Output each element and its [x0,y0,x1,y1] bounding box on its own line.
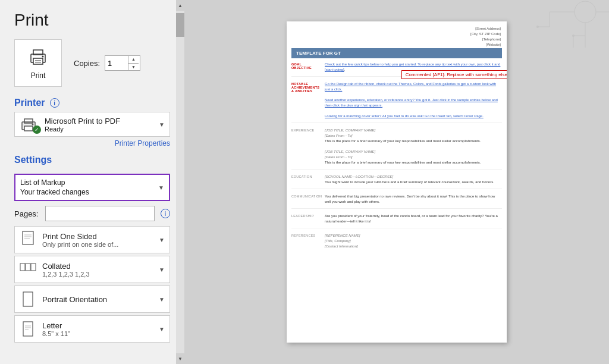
markup-line-2: Your tracked changes [20,188,89,196]
pages-row: Pages: i [14,206,170,221]
print-button-area: Print Copies: ▲ ▼ [14,39,184,87]
doc-row-achievements: NOTABLE ACHIEVEMENTS & ABILITIES Go the … [291,81,502,123]
one-sided-icon [20,231,36,249]
copies-increment[interactable]: ▲ [128,56,139,64]
doc-row-education: EDUCATION [SCHOOL NAME—LOCATION—DEGREE] … [291,174,502,189]
left-panel: Print Print Copies: ▲ ▼ [0,0,184,364]
markup-dropdown[interactable]: List of Markup Your tracked changes ▼ [14,174,170,201]
scroll-up-arrow[interactable]: ▲ [176,0,184,11]
svg-rect-10 [23,231,33,244]
pages-label: Pages: [14,209,40,218]
letter-icon [20,321,36,337]
setting-arrow-0: ▼ [159,237,165,243]
collated-icon [20,261,36,278]
setting-label-2: Portrait Orientation [42,295,153,304]
markup-lines: List of Markup Your tracked changes [20,178,89,196]
print-icon [27,46,49,68]
setting-text-0: Print One Sided Only print on one side o… [42,232,153,248]
setting-label-3: Letter [42,321,153,330]
setting-arrow-1: ▼ [159,266,165,273]
printer-ready-indicator: ✓ [33,125,41,134]
printer-section: Printer i ✓ Microsoft Print to PDF Ready… [14,98,184,148]
doc-row-leadership: LEADERSHIP Are you president of your fra… [291,214,502,228]
page-title: Print [14,11,184,30]
doc-template-title: TEMPLATE FOR GT [291,48,502,58]
right-panel: [Street Address] [City, ST ZIP Code] [Te… [184,0,609,364]
markup-dropdown-arrow: ▼ [158,184,164,191]
setting-row-3[interactable]: Letter 8.5" x 11" ▼ [14,315,170,343]
svg-rect-17 [23,292,33,306]
portrait-icon [20,291,36,307]
printer-dropdown[interactable]: ✓ Microsoft Print to PDF Ready ▼ [14,112,170,137]
setting-label-0: Print One Sided [42,232,153,241]
comment-bubble: Commented [AF1]: Replace with something … [401,70,507,79]
svg-rect-8 [24,126,33,131]
svg-point-3 [42,56,44,58]
copies-label: Copies: [74,59,100,68]
doc-content-experience: [JOB TITLE, COMPANY NAME] [Dates From - … [325,128,502,165]
pages-input[interactable] [45,206,155,221]
doc-addr-line-1: [City, ST ZIP Code] [470,32,501,37]
doc-label-goal: GOAL OBJECTIVE [291,62,322,73]
svg-rect-2 [33,58,43,64]
doc-addr-line-0: [Street Address] [470,26,501,32]
svg-point-9 [32,124,34,125]
scroll-down-arrow[interactable]: ▼ [176,353,184,364]
scrollbar[interactable]: ▲ ▼ [176,0,184,364]
doc-label-leadership: LEADERSHIP [291,214,322,224]
print-button-label: Print [31,71,46,80]
doc-row-experience: EXPERIENCE [JOB TITLE, COMPANY NAME] [Da… [291,128,502,170]
circuit-decoration [490,0,609,48]
doc-content-leadership: Are you president of your fraternity, he… [325,214,502,224]
print-button[interactable]: Print [14,39,62,87]
printer-info-icon[interactable]: i [50,98,59,108]
setting-row-2[interactable]: Portrait Orientation ▼ [14,285,170,313]
svg-rect-18 [23,322,33,336]
setting-text-2: Portrait Orientation [42,295,153,304]
copies-decrement[interactable]: ▼ [128,64,139,71]
copies-input[interactable] [105,59,128,68]
printer-section-title: Printer i [14,98,170,108]
settings-section: Settings List of Markup Your tracked cha… [14,155,184,364]
copies-area: Copies: ▲ ▼ [74,55,140,71]
doc-label-achievements: NOTABLE ACHIEVEMENTS & ABILITIES [291,81,322,119]
printer-properties-link[interactable]: Printer Properties [14,139,170,148]
setting-arrow-2: ▼ [159,296,165,303]
setting-sublabel-0: Only print on one side of... [42,241,153,248]
setting-arrow-3: ▼ [159,326,165,332]
printer-status: Ready [45,125,153,133]
doc-content-education: [SCHOOL NAME—LOCATION—DEGREE] You might … [325,174,502,185]
setting-label-1: Collated [42,262,153,271]
copies-spinner: ▲ ▼ [128,56,139,70]
svg-rect-16 [31,263,36,271]
settings-title-row: Settings [14,155,184,169]
setting-sublabel-1: 1,2,3 1,2,3 1,2,3 [42,271,153,278]
doc-label-references: REFERENCES [291,233,322,249]
document-body: GOAL OBJECTIVE Check out the few quick t… [291,62,502,338]
setting-text-3: Letter 8.5" x 11" [42,321,153,337]
scroll-thumb[interactable] [176,13,184,37]
setting-row-1[interactable]: Collated 1,2,3 1,2,3 1,2,3 ▼ [14,256,170,283]
svg-rect-14 [20,263,25,271]
setting-sublabel-3: 8.5" x 11" [42,330,153,337]
doc-content-communication: You delivered that big presentation to r… [325,194,502,205]
doc-addr-line-3: [Website] [470,42,501,48]
setting-text-1: Collated 1,2,3 1,2,3 1,2,3 [42,262,153,278]
doc-label-education: EDUCATION [291,174,322,185]
printer-name: Microsoft Print to PDF [45,117,153,125]
svg-point-22 [575,1,596,23]
doc-label-experience: EXPERIENCE [291,128,322,165]
markup-line-1: List of Markup [20,178,89,187]
doc-row-references: REFERENCES [REFERENCE NAME] [Title, Comp… [291,233,502,253]
copies-input-wrap: ▲ ▼ [105,55,140,71]
setting-row-0[interactable]: Print One Sided Only print on one side o… [14,226,170,253]
printer-info: Microsoft Print to PDF Ready [45,117,153,133]
doc-addr-line-2: [Telephone] [470,37,501,42]
printer-icon-wrap: ✓ [20,116,39,133]
settings-section-title: Settings [14,155,52,165]
doc-content-achievements: Go the Design tab of the ribbon, check o… [325,81,502,119]
printer-dropdown-arrow: ▼ [159,121,165,128]
document-preview: [Street Address] [City, ST ZIP Code] [Te… [287,21,507,343]
doc-label-communication: COMMUNICATION [291,194,322,205]
pages-info-icon[interactable]: i [161,209,170,218]
